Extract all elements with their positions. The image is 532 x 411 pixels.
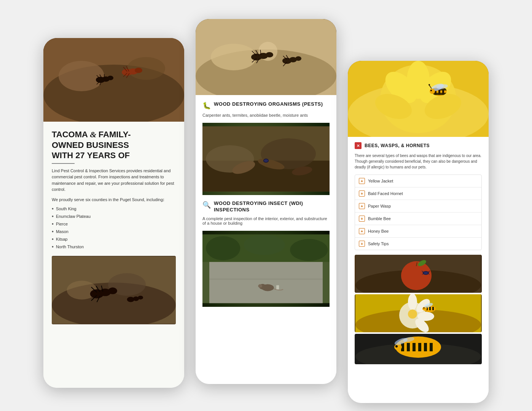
svg-point-63 xyxy=(206,236,240,260)
honey-bee-label: Honey Bee xyxy=(368,229,389,233)
section1-header: 🐛 WOOD DESTROYING ORGANISMS (PESTS) xyxy=(202,101,330,110)
svg-rect-126 xyxy=(407,343,410,351)
list-item-south-king: South King xyxy=(52,205,176,213)
bees-species-list: + Yellow Jacket + Bald Faced Hornet + Pa… xyxy=(355,175,482,250)
phone-1-hero2-image xyxy=(52,256,176,324)
svg-point-132 xyxy=(395,345,398,348)
svg-point-110 xyxy=(408,294,417,310)
svg-point-114 xyxy=(408,309,417,319)
svg-point-40 xyxy=(266,52,273,57)
svg-point-120 xyxy=(424,308,425,309)
scene: TACOMA & FAMILY- OWNED BUSINESS WITH 27 … xyxy=(0,0,532,411)
svg-rect-129 xyxy=(424,343,427,351)
expand-icon-paper-wasp[interactable]: + xyxy=(359,203,365,209)
ant-scene-svg xyxy=(43,38,184,122)
section2-header: 🔍 WOOD DESTROYING INSECT (WDI) INSPECTIO… xyxy=(202,200,330,213)
svg-point-71 xyxy=(258,284,262,287)
svg-point-131 xyxy=(394,344,402,350)
section-bees-header: BEES, WASPS, & HORNETS xyxy=(355,142,482,149)
expand-icon-safety-tips[interactable]: + xyxy=(359,241,365,247)
sidewalk-svg xyxy=(202,231,330,307)
phone-2-body: 🐛 WOOD DESTROYING ORGANISMS (PESTS) Carp… xyxy=(196,95,336,384)
title-script: & xyxy=(90,130,99,139)
phone-1-body: TACOMA & FAMILY- OWNED BUSINESS WITH 27 … xyxy=(43,122,184,388)
phone-2-hero3-image xyxy=(202,231,330,307)
phone-1-title: TACOMA & FAMILY- OWNED BUSINESS WITH 27 … xyxy=(52,129,176,161)
paper-wasp-label: Paper Wasp xyxy=(368,204,391,208)
bee-white-flower-svg xyxy=(355,294,482,332)
svg-point-89 xyxy=(430,89,435,94)
bees-section-icon xyxy=(355,142,362,149)
svg-rect-85 xyxy=(438,90,440,94)
svg-rect-86 xyxy=(442,90,444,94)
dark-bee-svg xyxy=(355,334,482,364)
svg-rect-117 xyxy=(429,307,431,310)
list-item-safety-tips[interactable]: + Safety Tips xyxy=(355,238,481,250)
svg-point-60 xyxy=(264,159,268,162)
phone-1-serve-text: We proudly serve six counties in the Pug… xyxy=(52,197,176,203)
list-item-mason: Mason xyxy=(52,228,176,235)
expand-icon-honey-bee[interactable]: + xyxy=(359,228,365,234)
list-item-paper-wasp[interactable]: + Paper Wasp xyxy=(355,200,481,213)
title-underline xyxy=(52,163,75,164)
svg-point-65 xyxy=(290,239,328,261)
phone-2: 🐛 WOOD DESTROYING ORGANISMS (PESTS) Carp… xyxy=(196,19,336,384)
list-item-yellow-jacket[interactable]: + Yellow Jacket xyxy=(355,175,481,187)
list-item-honey-bee[interactable]: + Honey Bee xyxy=(355,225,481,238)
safety-tips-label: Safety Tips xyxy=(368,241,389,246)
svg-point-90 xyxy=(430,90,432,91)
phone-1-content: TACOMA & FAMILY- OWNED BUSINESS WITH 27 … xyxy=(43,38,184,388)
svg-rect-67 xyxy=(209,262,323,303)
expand-icon-bald-faced[interactable]: + xyxy=(359,190,365,197)
svg-point-64 xyxy=(244,235,285,255)
bumble-bee-label: Bumble Bee xyxy=(368,216,391,221)
bee-white-flower-image xyxy=(355,294,482,332)
svg-point-14 xyxy=(135,68,142,73)
list-item-bumble-bee[interactable]: + Bumble Bee xyxy=(355,213,481,225)
svg-rect-127 xyxy=(413,343,416,351)
svg-point-3 xyxy=(127,57,165,80)
bee-flower-svg xyxy=(348,61,489,137)
phone-1-county-list: South King Enumclaw Plateau Pierce Mason… xyxy=(52,205,176,251)
svg-point-48 xyxy=(295,56,301,61)
svg-rect-128 xyxy=(418,343,421,351)
phone-3: BEES, WASPS, & HORNETS There are several… xyxy=(348,61,489,403)
section2-icon: 🔍 xyxy=(202,201,211,209)
apple-svg xyxy=(355,255,482,293)
svg-point-33 xyxy=(138,296,143,300)
apple-bug-image xyxy=(355,255,482,293)
bees-section-description: There are several types of bees and wasp… xyxy=(355,153,482,170)
list-item-pierce: Pierce xyxy=(52,220,176,228)
phone-1-hero-image xyxy=(43,38,184,122)
phone-1-description: Lind Pest Control & Inspection Services … xyxy=(52,168,176,193)
svg-rect-130 xyxy=(430,343,433,351)
phone-3-hero-image xyxy=(348,61,489,137)
bee-images-section xyxy=(355,255,482,364)
list-item-kitsap: Kitsap xyxy=(52,235,176,243)
title-owned: OWNED BUSINESS xyxy=(52,140,129,150)
phone-2-content: 🐛 WOOD DESTROYING ORGANISMS (PESTS) Carp… xyxy=(196,19,336,384)
bald-faced-label: Bald Faced Hornet xyxy=(368,191,403,196)
section1-description: Carpenter ants, termites, anobiidae beet… xyxy=(202,113,330,117)
list-item-enumclaw: Enumclaw Plateau xyxy=(52,213,176,220)
section1-title: WOOD DESTROYING ORGANISMS (PESTS) xyxy=(214,101,323,108)
list-item-bald-faced[interactable]: + Bald Faced Hornet xyxy=(355,187,481,200)
bees-section-title: BEES, WASPS, & HORNETS xyxy=(365,143,430,148)
section2-title: WOOD DESTROYING INSECT (WDI) INSPECTIONS xyxy=(214,200,330,213)
svg-point-6 xyxy=(107,76,113,80)
section1-icon: 🐛 xyxy=(202,102,211,110)
ants-light-svg xyxy=(196,19,336,95)
svg-point-36 xyxy=(211,44,256,70)
list-item-north-thurston: North Thurston xyxy=(52,243,176,251)
forest-floor-svg xyxy=(202,123,330,195)
title-years: WITH 27 YEARS OF xyxy=(52,151,130,160)
svg-rect-118 xyxy=(432,307,434,310)
expand-icon-yellow-jacket[interactable]: + xyxy=(359,178,365,184)
expand-icon-bumble-bee[interactable]: + xyxy=(359,216,365,222)
phone-3-body: BEES, WASPS, & HORNETS There are several… xyxy=(348,137,489,403)
svg-point-25 xyxy=(108,287,117,294)
dark-bee-image xyxy=(355,334,482,364)
section2-description: A complete pest inspection of the interi… xyxy=(202,216,330,225)
title-family: FAMILY- xyxy=(99,130,131,139)
svg-rect-72 xyxy=(276,285,279,289)
